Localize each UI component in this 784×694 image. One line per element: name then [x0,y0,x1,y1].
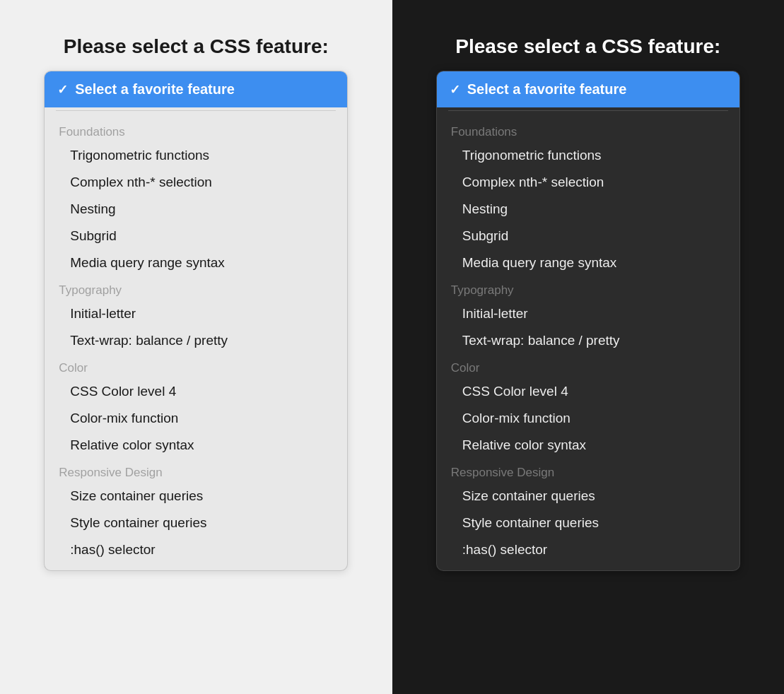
list-item[interactable]: Color-mix function [45,405,347,432]
list-item[interactable]: Complex nth-* selection [45,169,347,196]
list-item[interactable]: Nesting [45,196,347,223]
list-item[interactable]: Media query range syntax [45,249,347,276]
list-item[interactable]: CSS Color level 4 [437,378,739,405]
list-item[interactable]: Subgrid [45,223,347,249]
list-item[interactable]: Nesting [437,196,739,223]
light-panel-title: Please select a CSS feature: [64,35,329,58]
group-label: Responsive Design [437,459,739,483]
list-item[interactable]: Trigonometric functions [45,142,347,169]
list-item[interactable]: Color-mix function [437,405,739,432]
light-select-box: ✓ Select a favorite feature FoundationsT… [44,71,348,571]
list-item[interactable]: Initial-letter [45,300,347,327]
group-label: Color [437,354,739,378]
group-label: Foundations [45,118,347,142]
dark-check-icon: ✓ [450,82,460,98]
list-item[interactable]: Size container queries [45,483,347,510]
light-header-label: Select a favorite feature [75,81,235,98]
list-item[interactable]: Complex nth-* selection [437,169,739,196]
group-label: Foundations [437,118,739,142]
group-label: Responsive Design [45,459,347,483]
group-label: Typography [45,276,347,300]
list-item[interactable]: Media query range syntax [437,249,739,276]
list-item[interactable]: Relative color syntax [437,432,739,459]
dark-panel-title: Please select a CSS feature: [455,35,720,58]
light-select-list: FoundationsTrigonometric functionsComple… [45,114,347,570]
list-item[interactable]: Style container queries [45,510,347,536]
list-item[interactable]: Initial-letter [437,300,739,327]
group-label: Typography [437,276,739,300]
dark-select-list: FoundationsTrigonometric functionsComple… [437,114,739,570]
list-item[interactable]: Style container queries [437,510,739,536]
list-item[interactable]: Trigonometric functions [437,142,739,169]
light-divider [56,110,336,111]
list-item[interactable]: Text-wrap: balance / pretty [45,327,347,354]
dark-select-header[interactable]: ✓ Select a favorite feature [437,71,739,107]
list-item[interactable]: :has() selector [45,536,347,563]
list-item[interactable]: Relative color syntax [45,432,347,459]
dark-select-box: ✓ Select a favorite feature FoundationsT… [436,71,740,571]
dark-panel: Please select a CSS feature: ✓ Select a … [392,0,785,694]
list-item[interactable]: Size container queries [437,483,739,510]
light-select-header[interactable]: ✓ Select a favorite feature [45,71,347,107]
dark-header-label: Select a favorite feature [467,81,627,98]
group-label: Color [45,354,347,378]
list-item[interactable]: :has() selector [437,536,739,563]
list-item[interactable]: Subgrid [437,223,739,249]
list-item[interactable]: Text-wrap: balance / pretty [437,327,739,354]
dark-divider [448,110,728,111]
list-item[interactable]: CSS Color level 4 [45,378,347,405]
light-panel: Please select a CSS feature: ✓ Select a … [0,0,392,694]
light-check-icon: ✓ [57,82,68,98]
